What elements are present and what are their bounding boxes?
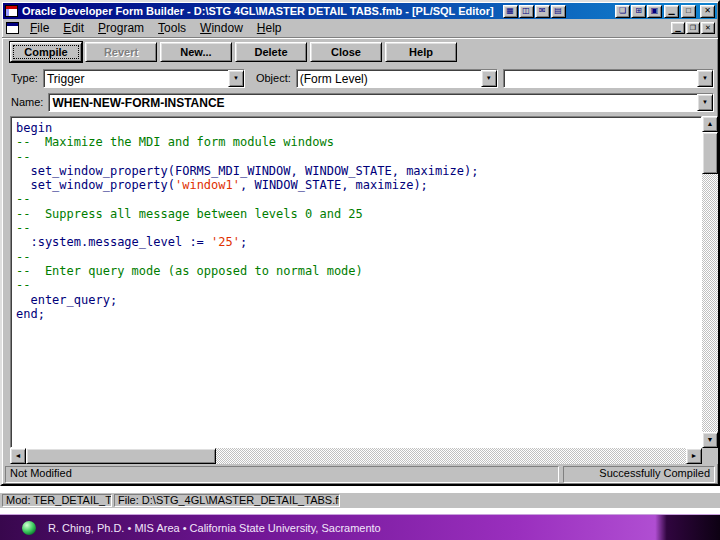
scroll-up-icon[interactable]: ▲ xyxy=(702,116,718,132)
mdi-close-button[interactable]: ✕ xyxy=(701,22,715,34)
code-line: -- xyxy=(16,250,701,264)
table-icon[interactable]: ⊞ xyxy=(631,5,646,18)
code-line: set_window_property('window1', WINDOW_ST… xyxy=(16,178,701,192)
object-dropdown-icon[interactable]: ▼ xyxy=(481,70,497,87)
menubar: File Edit Program Tools Window Help ▁ ❐ … xyxy=(2,19,718,38)
infobar-filler xyxy=(342,494,718,507)
mdi-window-controls: ▁ ❐ ✕ xyxy=(671,22,715,34)
app-icon[interactable] xyxy=(5,5,18,17)
grid-icon[interactable]: ▦ xyxy=(503,5,518,18)
document-icon[interactable]: ❏ xyxy=(615,5,630,18)
slide-footer: R. Ching, Ph.D. • MIS Area • California … xyxy=(0,514,720,540)
titlebar-icon-group-2: ❏ ⊞ ▣ xyxy=(615,5,662,18)
type-dropdown-icon[interactable]: ▼ xyxy=(228,70,244,87)
type-combobox[interactable]: Trigger ▼ xyxy=(43,69,245,88)
close-editor-button[interactable]: Close xyxy=(310,42,382,62)
code-editor[interactable]: begin -- Maximize the MDI and form modul… xyxy=(10,116,702,448)
menu-item-tools[interactable]: Tools xyxy=(151,20,193,36)
maximize-button[interactable]: □ xyxy=(681,5,696,18)
object2-combobox[interactable]: ▼ xyxy=(503,69,714,88)
titlebar-icon-group-1: ▦ ◫ ✉ ▤ xyxy=(503,5,566,18)
minimize-button[interactable]: ▁ xyxy=(664,5,679,18)
vscroll-track[interactable] xyxy=(702,132,718,432)
mdi-minimize-button[interactable]: ▁ xyxy=(671,22,685,34)
app-window: Oracle Developer Form Builder - D:\STG 4… xyxy=(0,0,720,486)
mail-icon[interactable]: ✉ xyxy=(535,5,550,18)
file-panel: File: D:\STG_4GL\MASTER_DETAIL_TABS.fmb xyxy=(114,494,340,507)
code-line: -- xyxy=(16,192,701,206)
code-line: -- Enter query mode (as opposed to norma… xyxy=(16,264,701,278)
new-button[interactable]: New... xyxy=(160,42,232,62)
code-line: -- xyxy=(16,278,701,292)
statusbar: Not Modified Successfully Compiled xyxy=(2,464,718,484)
name-combobox[interactable]: WHEN-NEW-FORM-INSTANCE ▼ xyxy=(48,93,714,112)
menu-item-program[interactable]: Program xyxy=(91,20,151,36)
object-value: (Form Level) xyxy=(297,70,481,87)
titlebar[interactable]: Oracle Developer Form Builder - D:\STG 4… xyxy=(3,3,717,19)
code-line: :system.message_level := '25'; xyxy=(16,235,701,249)
code-line: -- xyxy=(16,221,701,235)
scroll-down-icon[interactable]: ▼ xyxy=(702,432,718,448)
hscroll-thumb[interactable] xyxy=(26,448,216,464)
editor-main: begin -- Maximize the MDI and form modul… xyxy=(10,116,718,448)
code-line: set_window_property(FORMS_MDI_WINDOW, WI… xyxy=(16,164,701,178)
object-label: Object: xyxy=(256,72,291,84)
object2-value xyxy=(504,70,697,87)
infobar: Mod: TER_DETAIL_TABS File: D:\STG_4GL\MA… xyxy=(0,492,720,508)
editor-toolbar: Compile Revert New... Delete Close Help xyxy=(2,38,718,66)
list-icon[interactable]: ▤ xyxy=(551,5,566,18)
horizontal-scrollbar[interactable]: ◄ ► xyxy=(10,448,718,464)
name-row: Name: WHEN-NEW-FORM-INSTANCE ▼ xyxy=(2,90,718,114)
module-panel: Mod: TER_DETAIL_TABS xyxy=(2,494,112,507)
editor-area: begin -- Maximize the MDI and form modul… xyxy=(10,116,718,464)
vscroll-thumb[interactable] xyxy=(702,132,718,174)
compile-button[interactable]: Compile xyxy=(10,42,82,62)
delete-button[interactable]: Delete xyxy=(235,42,307,62)
window-title: Oracle Developer Form Builder - D:\STG 4… xyxy=(22,5,494,17)
code-line: end; xyxy=(16,307,701,321)
object2-dropdown-icon[interactable]: ▼ xyxy=(697,70,713,87)
vertical-scrollbar[interactable]: ▲ ▼ xyxy=(702,116,718,448)
code-line: -- xyxy=(16,150,701,164)
scroll-right-icon[interactable]: ► xyxy=(686,448,702,464)
object-combobox[interactable]: (Form Level) ▼ xyxy=(296,69,498,88)
code-line: begin xyxy=(16,121,701,135)
code-line: -- Maximize the MDI and form module wind… xyxy=(16,135,701,149)
code-line: enter_query; xyxy=(16,293,701,307)
green-orb-icon xyxy=(22,521,36,535)
type-object-row: Type: Trigger ▼ Object: (Form Level) ▼ ▼ xyxy=(2,66,718,90)
menu-item-window[interactable]: Window xyxy=(193,20,250,36)
revert-button[interactable]: Revert xyxy=(85,42,157,62)
menu-item-help[interactable]: Help xyxy=(250,20,289,36)
type-label: Type: xyxy=(11,72,38,84)
footer-credit: R. Ching, Ph.D. • MIS Area • California … xyxy=(48,522,381,534)
window-panes-icon[interactable]: ◫ xyxy=(519,5,534,18)
name-value: WHEN-NEW-FORM-INSTANCE xyxy=(49,94,697,111)
mdi-restore-button[interactable]: ❐ xyxy=(686,22,700,34)
close-button[interactable]: ✕ xyxy=(700,5,715,18)
compile-status: Successfully Compiled xyxy=(563,466,715,483)
menu-item-edit[interactable]: Edit xyxy=(56,20,91,36)
screenshot-canvas: Oracle Developer Form Builder - D:\STG 4… xyxy=(0,0,720,540)
plsql-editor-doc-icon[interactable] xyxy=(6,22,19,34)
name-dropdown-icon[interactable]: ▼ xyxy=(697,94,713,111)
type-value: Trigger xyxy=(44,70,228,87)
scrollbar-corner xyxy=(702,448,718,464)
modified-status: Not Modified xyxy=(5,466,559,483)
scroll-left-icon[interactable]: ◄ xyxy=(10,448,26,464)
hscroll-track[interactable] xyxy=(26,448,686,464)
code-line: -- Suppress all message between levels 0… xyxy=(16,207,701,221)
name-label: Name: xyxy=(11,96,43,108)
menu-item-file[interactable]: File xyxy=(23,20,56,36)
help-button[interactable]: Help xyxy=(385,42,457,62)
app-grid-icon[interactable]: ▣ xyxy=(647,5,662,18)
